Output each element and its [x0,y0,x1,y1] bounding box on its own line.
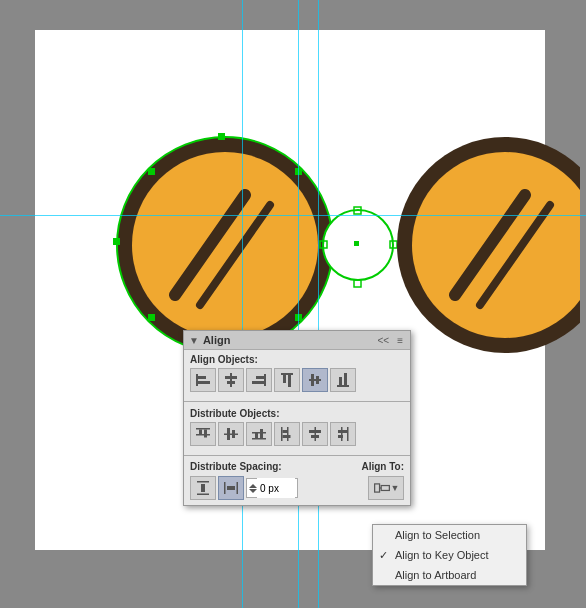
svg-rect-9 [148,168,155,175]
align-to-button[interactable]: ▼ [368,476,404,500]
svg-rect-61 [338,430,347,433]
guide-vertical-1 [242,0,243,608]
distribute-objects-label: Distribute Objects: [190,408,404,419]
align-right-edges-button[interactable] [246,368,272,392]
svg-rect-53 [287,427,289,441]
distribute-left-edges-button[interactable] [274,422,300,446]
distribute-centers-h-button[interactable] [302,422,328,446]
guide-vertical-2 [298,0,299,608]
align-bottom-edges-button[interactable] [330,368,356,392]
spacing-input[interactable] [257,478,295,498]
svg-rect-41 [196,428,210,430]
svg-rect-28 [227,381,235,384]
svg-rect-50 [255,432,258,438]
svg-rect-43 [199,430,202,435]
svg-rect-39 [339,377,342,385]
svg-rect-70 [381,486,389,491]
spinner-up-icon[interactable] [249,484,257,488]
svg-rect-55 [283,435,291,438]
align-objects-row [190,368,404,392]
svg-rect-40 [344,373,347,385]
distribute-bottom-edges-button[interactable] [246,422,272,446]
align-to-selection-item[interactable]: Align to Selection [373,525,526,545]
align-panel-title: Align [203,334,231,346]
align-panel-header[interactable]: ▼ Align << ≡ [184,331,410,350]
svg-rect-14 [354,241,359,246]
align-panel-collapse-icon[interactable]: ▼ [189,335,199,346]
svg-rect-59 [347,427,349,441]
svg-rect-38 [337,385,349,387]
svg-rect-68 [227,486,235,490]
align-left-edges-button[interactable] [190,368,216,392]
svg-rect-48 [252,438,266,440]
svg-rect-5 [218,133,225,140]
distribute-spacing-v-button[interactable] [190,476,216,500]
align-centers-horizontal-button[interactable] [218,368,244,392]
panel-collapse-button[interactable]: << [375,335,391,346]
align-objects-section: Align Objects: [184,350,410,399]
distribute-spacing-h-button[interactable] [218,476,244,500]
svg-rect-31 [252,381,264,384]
divider-2 [184,455,410,456]
svg-rect-30 [256,376,264,379]
svg-rect-52 [281,427,283,441]
align-top-edges-button[interactable] [274,368,300,392]
panel-menu-button[interactable]: ≡ [395,335,405,346]
svg-rect-46 [227,428,230,440]
svg-rect-65 [201,484,205,492]
svg-rect-62 [338,435,343,438]
svg-rect-54 [283,430,288,433]
guide-horizontal-1 [0,215,586,216]
svg-rect-51 [260,429,263,438]
svg-rect-10 [148,314,155,321]
guide-vertical-3 [318,0,319,608]
svg-rect-57 [309,430,321,433]
svg-rect-36 [311,374,314,386]
distribute-spacing-label: Distribute Spacing: [190,461,282,472]
svg-rect-60 [341,427,343,441]
svg-rect-16 [354,280,361,287]
align-to-label: Align To: [361,461,404,472]
svg-rect-69 [374,484,379,492]
divider-1 [184,401,410,402]
svg-rect-58 [311,435,319,438]
align-panel-title-area: ▼ Align [189,334,230,346]
align-objects-label: Align Objects: [190,354,404,365]
distribute-centers-v-button[interactable] [218,422,244,446]
svg-rect-47 [232,430,235,438]
distribute-top-edges-button[interactable] [190,422,216,446]
svg-rect-29 [264,374,266,386]
svg-rect-37 [316,376,319,384]
spinner-down-icon[interactable] [249,489,257,493]
svg-rect-34 [288,375,291,387]
spacing-spinner[interactable] [249,484,257,493]
svg-rect-56 [315,427,317,441]
align-to-key-object-item[interactable]: Align to Key Object [373,545,526,565]
align-centers-vertical-button[interactable] [302,368,328,392]
svg-rect-66 [224,482,226,494]
svg-rect-67 [237,482,239,494]
panel-controls: << ≡ [375,335,405,346]
distribute-right-edges-button[interactable] [330,422,356,446]
svg-rect-25 [198,381,210,384]
svg-rect-27 [225,376,237,379]
svg-rect-44 [204,430,207,438]
align-to-artboard-item[interactable]: Align to Artboard [373,565,526,585]
svg-rect-24 [198,376,206,379]
svg-rect-7 [113,238,120,245]
distribute-objects-section: Distribute Objects: [184,404,410,453]
align-to-dropdown: Align to Selection Align to Key Object A… [372,524,527,586]
svg-point-1 [132,152,318,338]
svg-rect-35 [309,379,321,381]
distribute-objects-row [190,422,404,446]
svg-rect-33 [283,375,286,383]
svg-rect-26 [230,373,232,387]
svg-rect-32 [281,373,293,375]
svg-rect-63 [197,481,209,483]
svg-rect-23 [196,374,198,386]
svg-rect-42 [196,434,210,436]
svg-rect-49 [252,432,266,434]
svg-rect-45 [224,434,238,436]
svg-rect-64 [197,494,209,496]
align-panel: ▼ Align << ≡ Align Objects: [183,330,411,506]
